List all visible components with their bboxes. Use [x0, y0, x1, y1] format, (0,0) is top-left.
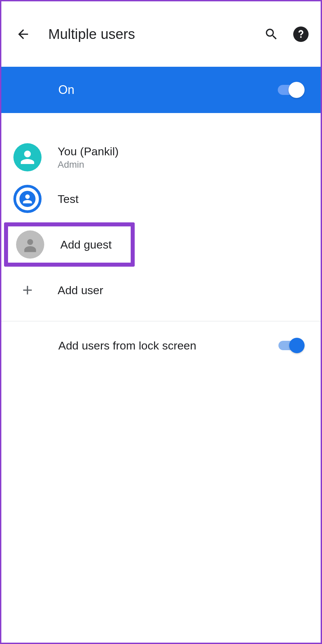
avatar [16, 230, 44, 259]
user-item-add-guest[interactable]: Add guest [4, 222, 135, 267]
user-text: You (Pankil) Admin [58, 145, 119, 170]
plus-icon [13, 276, 42, 304]
user-item-you[interactable]: You (Pankil) Admin [1, 137, 321, 178]
search-icon [264, 27, 279, 42]
user-name: Test [58, 193, 78, 206]
lock-screen-toggle[interactable] [276, 337, 305, 354]
lock-screen-label: Add users from lock screen [58, 339, 276, 352]
person-icon [21, 192, 34, 206]
user-text: Add user [58, 284, 103, 297]
user-subtitle: Admin [58, 159, 119, 170]
master-toggle-label: On [58, 83, 276, 97]
master-toggle-switch[interactable] [276, 81, 305, 99]
svg-point-1 [27, 239, 33, 245]
master-toggle-banner[interactable]: On [1, 67, 321, 113]
user-name: Add guest [60, 238, 112, 251]
add-user-button[interactable]: Add user [1, 269, 321, 311]
arrow-back-icon [16, 27, 30, 42]
header: Multiple users [1, 1, 321, 67]
add-user-label: Add user [58, 284, 103, 297]
user-item-test[interactable]: Test [1, 178, 321, 220]
page-title: Multiple users [48, 26, 262, 42]
lock-screen-setting[interactable]: Add users from lock screen [1, 321, 321, 370]
person-icon [17, 147, 38, 167]
person-icon [20, 234, 40, 255]
user-text: Test [58, 193, 78, 206]
avatar [13, 143, 42, 171]
avatar [13, 185, 42, 213]
user-name: You (Pankil) [58, 145, 119, 158]
help-icon [293, 26, 309, 43]
back-button[interactable] [11, 22, 35, 46]
user-list: You (Pankil) Admin Test Add guest [1, 113, 321, 311]
search-button[interactable] [262, 24, 281, 44]
header-actions [262, 24, 311, 44]
help-button[interactable] [291, 24, 311, 44]
user-text: Add guest [60, 238, 112, 251]
